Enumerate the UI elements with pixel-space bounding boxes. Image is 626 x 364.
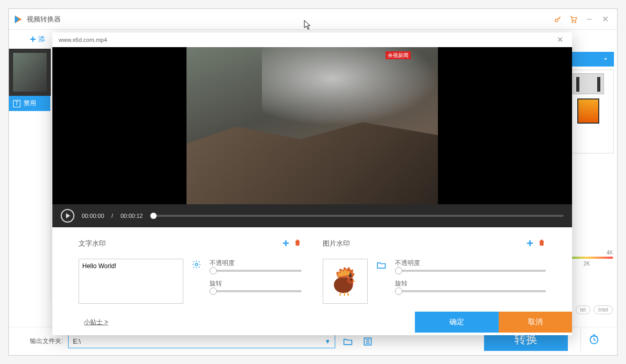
delete-image-wm-button[interactable] xyxy=(537,238,546,249)
svg-rect-10 xyxy=(349,273,351,276)
svg-point-5 xyxy=(195,263,198,266)
text-wm-settings-button[interactable] xyxy=(192,260,201,304)
dialog-footer: 小贴士 > 确定 取消 xyxy=(52,309,572,335)
svg-point-1 xyxy=(572,21,573,23)
slider-knob[interactable] xyxy=(210,288,217,295)
text-rotate-slider[interactable] xyxy=(210,290,302,292)
video-thumbnail[interactable] xyxy=(9,49,51,96)
text-opacity-slider[interactable] xyxy=(210,270,302,272)
dialog-title: www.x6d.com.mp4 xyxy=(59,37,107,43)
video-preview: 央视新闻 xyxy=(52,47,572,204)
output-folder-label: 输出文件夹: xyxy=(30,337,63,346)
text-wm-title: 文字水印 xyxy=(79,239,106,248)
text-rotate-label: 旋转 xyxy=(210,279,302,288)
time-current: 00:00:00 xyxy=(82,213,104,219)
app-title: 视频转换器 xyxy=(27,15,61,24)
video-controls: 00:00:00 / 00:00:12 xyxy=(52,204,572,227)
open-folder-button[interactable] xyxy=(341,334,355,349)
add-text-wm-button[interactable]: + xyxy=(278,237,293,250)
output-folder-select[interactable]: E:\ ▼ xyxy=(68,335,335,348)
folder-icon xyxy=(376,260,387,270)
image-opacity-slider[interactable] xyxy=(395,270,546,272)
video-frame: 央视新闻 xyxy=(186,47,438,204)
image-rotate-slider[interactable] xyxy=(395,290,546,292)
add-file-button[interactable]: + 添 xyxy=(30,34,45,46)
tips-link[interactable]: 小贴士 > xyxy=(84,318,108,327)
disable-tab[interactable]: T 禁用 xyxy=(9,96,50,111)
list-button[interactable] xyxy=(360,334,375,349)
image-wm-title: 图片水印 xyxy=(323,239,350,248)
disable-label: 禁用 xyxy=(24,99,36,108)
chevron-down-icon xyxy=(602,56,609,62)
image-rotate-label: 旋转 xyxy=(395,279,546,288)
image-watermark-panel: 图片水印 + xyxy=(323,237,546,309)
time-separator: / xyxy=(112,213,113,219)
svg-point-2 xyxy=(575,21,576,23)
text-watermark-panel: 文字水印 + 不透明度 旋转 xyxy=(79,237,302,309)
chip: Intel xyxy=(594,305,613,314)
res-high-label: 4K xyxy=(607,250,613,256)
slider-knob[interactable] xyxy=(395,288,402,295)
chevron-down-icon: ▼ xyxy=(324,338,331,345)
schedule-button[interactable] xyxy=(580,328,607,351)
app-logo-icon xyxy=(13,14,24,25)
dialog-close-button[interactable]: ✕ xyxy=(555,35,566,45)
slider-knob[interactable] xyxy=(395,267,402,274)
ok-button[interactable]: 确定 xyxy=(415,312,499,333)
film-icon xyxy=(577,98,599,124)
add-file-label: 添 xyxy=(38,35,45,44)
key-icon[interactable] xyxy=(550,12,566,27)
cctv-badge: 央视新闻 xyxy=(386,51,411,59)
close-button[interactable]: ✕ xyxy=(597,12,613,27)
cart-icon[interactable] xyxy=(566,12,581,27)
cancel-button[interactable]: 取消 xyxy=(499,312,572,333)
titlebar: 视频转换器 ✕ xyxy=(9,9,617,30)
text-wm-input[interactable] xyxy=(79,259,183,304)
hw-chips: tel Intel xyxy=(576,305,613,314)
chip: tel xyxy=(576,305,591,314)
time-total: 00:00:12 xyxy=(120,213,143,219)
watermark-panels: 文字水印 + 不透明度 旋转 xyxy=(52,227,572,309)
left-column: T 禁用 xyxy=(9,49,51,299)
svg-point-8 xyxy=(350,279,352,281)
minimize-button[interactable] xyxy=(581,12,597,27)
play-icon xyxy=(66,213,70,218)
browse-image-button[interactable] xyxy=(376,260,387,304)
text-icon: T xyxy=(13,100,20,107)
text-opacity-label: 不透明度 xyxy=(210,259,302,268)
delete-text-wm-button[interactable] xyxy=(293,238,302,249)
thumbnail-icon xyxy=(573,73,604,94)
turkey-icon xyxy=(327,263,364,300)
clock-icon xyxy=(588,334,600,345)
play-button[interactable] xyxy=(61,209,74,223)
image-wm-preview[interactable] xyxy=(323,259,368,304)
image-opacity-label: 不透明度 xyxy=(395,259,546,268)
dialog-titlebar: www.x6d.com.mp4 ✕ xyxy=(52,32,572,47)
slider-knob[interactable] xyxy=(210,267,217,274)
timeline-slider[interactable] xyxy=(150,215,564,217)
plus-icon: + xyxy=(30,34,36,46)
add-image-wm-button[interactable]: + xyxy=(522,237,537,250)
gear-icon xyxy=(192,260,201,269)
watermark-dialog: www.x6d.com.mp4 ✕ 央视新闻 00:00:00 / 00:00:… xyxy=(52,32,572,335)
timeline-knob[interactable] xyxy=(150,213,157,219)
output-folder-value: E:\ xyxy=(73,338,81,345)
app-logo: 视频转换器 xyxy=(13,14,61,25)
